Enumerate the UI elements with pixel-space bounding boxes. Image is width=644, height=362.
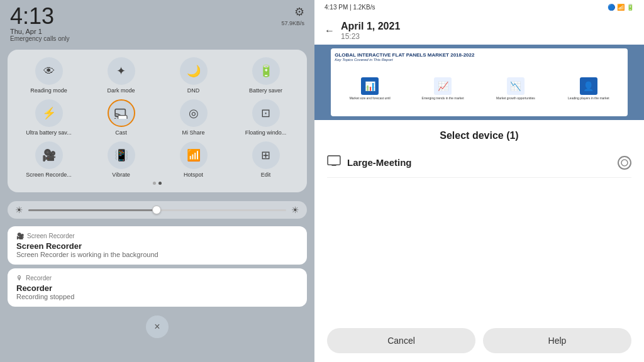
brightness-thumb bbox=[152, 206, 161, 214]
floating-window-icon: ⊡ bbox=[252, 99, 280, 127]
screen-recorder-app-icon: 🎥 bbox=[16, 233, 24, 239]
recorder-notif-title: Recorder bbox=[16, 283, 298, 293]
market-icon-box-2: 📈 bbox=[434, 77, 452, 95]
hotspot-icon: 📶 bbox=[180, 141, 208, 169]
mi-share-icon: ◎ bbox=[180, 99, 208, 127]
cast-image-area: GLOBAL INTERACTIVE FLAT PANELS MARKET 20… bbox=[314, 45, 644, 120]
brightness-row[interactable]: ☀ ☀ bbox=[8, 201, 307, 219]
market-card: GLOBAL INTERACTIVE FLAT PANELS MARKET 20… bbox=[331, 48, 628, 116]
gear-icon[interactable]: ⚙ bbox=[294, 5, 304, 19]
device-tv-icon bbox=[327, 155, 341, 170]
device-left: Large-Meeting bbox=[327, 155, 412, 170]
screen-recorder-label: Screen Recorde... bbox=[26, 172, 72, 178]
phone-frame: 4:13 PM | 1.2KB/s 🔵 📶 🔋 ← April 1, 2021 … bbox=[314, 0, 644, 362]
qs-cast[interactable]: Cast bbox=[87, 99, 155, 136]
cast-status-icons: 🔵 📶 🔋 bbox=[608, 4, 634, 11]
battery-saver-label: Battery saver bbox=[249, 87, 282, 94]
brightness-fill bbox=[28, 209, 157, 211]
cast-status-time: 4:13 PM | 1.2KB/s bbox=[325, 4, 375, 11]
left-status-bar: 4:13 Thu, Apr 1 Emergency calls only ⚙ 5… bbox=[0, 0, 314, 45]
market-icon-box-4: 👤 bbox=[580, 77, 597, 95]
notif-app-row-2: 🎙 Recorder bbox=[16, 275, 298, 282]
qs-floating-window[interactable]: ⊡ Floating windo... bbox=[232, 99, 299, 136]
qs-screen-recorder[interactable]: 🎥 Screen Recorde... bbox=[15, 141, 82, 178]
cast-header: ← April 1, 2021 15:23 bbox=[314, 14, 644, 45]
market-label-3: Market growth opportunities bbox=[496, 96, 535, 100]
market-icons-row: 📊 Market size and forecast until 📈 Emerg… bbox=[335, 64, 624, 112]
recorder-app-name: Recorder bbox=[26, 275, 52, 282]
market-icon-3: 📉 Market growth opportunities bbox=[480, 77, 551, 100]
dot-1 bbox=[153, 182, 156, 185]
recorder-notif-body: Recording stopped bbox=[16, 293, 298, 300]
right-panel: 4:13 PM | 1.2KB/s 🔵 📶 🔋 ← April 1, 2021 … bbox=[314, 0, 644, 362]
svg-point-1 bbox=[114, 118, 116, 118]
cast-icon bbox=[108, 99, 135, 127]
qs-mi-share[interactable]: ◎ Mi Share bbox=[160, 99, 227, 136]
qs-reading-mode[interactable]: 👁 Reading mode bbox=[15, 57, 82, 94]
qs-ultra-battery[interactable]: ⚡ Ultra battery sav... bbox=[15, 99, 82, 136]
time-display: 4:13 bbox=[10, 5, 69, 28]
speed-indicator: 57.9KB/s bbox=[281, 20, 304, 26]
svg-rect-3 bbox=[328, 156, 340, 165]
select-device-section: Select device (1) Large-Meeting bbox=[314, 120, 644, 319]
close-notifications-button[interactable]: × bbox=[146, 315, 169, 338]
page-dots bbox=[15, 182, 299, 185]
market-subtitle: Key Topics Covered in This Report bbox=[335, 58, 624, 62]
brightness-low-icon: ☀ bbox=[15, 205, 23, 215]
ultra-battery-icon: ⚡ bbox=[35, 99, 63, 127]
brightness-slider[interactable] bbox=[28, 209, 286, 211]
screen-recorder-app-name: Screen Recorder bbox=[27, 233, 75, 239]
reading-mode-icon: 👁 bbox=[35, 57, 63, 85]
status-right: ⚙ 57.9KB/s bbox=[281, 5, 304, 26]
svg-rect-2 bbox=[118, 115, 126, 118]
edit-icon: ⊞ bbox=[252, 141, 280, 169]
vibrate-icon: 📳 bbox=[108, 141, 135, 169]
back-button[interactable]: ← bbox=[325, 25, 335, 36]
market-label-4: Leading players in the market bbox=[568, 96, 609, 100]
cast-time: 15:23 bbox=[341, 32, 400, 41]
mi-share-label: Mi Share bbox=[182, 129, 204, 136]
help-button[interactable]: Help bbox=[483, 328, 631, 353]
notif-app-row-1: 🎥 Screen Recorder bbox=[16, 233, 298, 239]
recorder-notification[interactable]: 🎙 Recorder Recorder Recording stopped bbox=[8, 268, 307, 307]
close-button-row: × bbox=[0, 315, 314, 338]
qs-vibrate[interactable]: 📳 Vibrate bbox=[87, 141, 155, 178]
battery-saver-icon: 🔋 bbox=[252, 57, 280, 85]
emergency-display: Emergency calls only bbox=[10, 35, 69, 42]
floating-window-label: Floating windo... bbox=[245, 129, 287, 136]
dot-2 bbox=[158, 182, 162, 185]
cast-status-bar: 4:13 PM | 1.2KB/s 🔵 📶 🔋 bbox=[314, 0, 644, 14]
notifications-area: 🎥 Screen Recorder Screen Recorder Screen… bbox=[8, 226, 307, 307]
dnd-icon: 🌙 bbox=[180, 57, 208, 85]
qs-hotspot[interactable]: 📶 Hotspot bbox=[160, 141, 227, 178]
market-icon-box-1: 📊 bbox=[361, 77, 379, 95]
market-label-1: Market size and forecast until bbox=[350, 96, 391, 100]
screen-recorder-notif-title: Screen Recorder bbox=[16, 241, 298, 251]
qs-dark-mode[interactable]: ✦ Dark mode bbox=[87, 57, 155, 94]
screen-recorder-notif-body: Screen Recorder is working in the backgr… bbox=[16, 251, 298, 258]
qs-dnd[interactable]: 🌙 DND bbox=[160, 57, 227, 94]
cast-date: April 1, 2021 bbox=[341, 21, 400, 32]
time-block: 4:13 Thu, Apr 1 Emergency calls only bbox=[10, 5, 69, 42]
recorder-app-icon: 🎙 bbox=[16, 275, 23, 282]
svg-point-6 bbox=[621, 160, 628, 166]
edit-label: Edit bbox=[261, 172, 271, 178]
cast-label: Cast bbox=[115, 129, 127, 136]
quick-settings-grid: 👁 Reading mode ✦ Dark mode 🌙 DND 🔋 Batte… bbox=[15, 57, 299, 178]
device-row[interactable]: Large-Meeting bbox=[327, 150, 631, 175]
market-icon-4: 👤 Leading players in the market bbox=[553, 77, 624, 100]
left-panel: 4:13 Thu, Apr 1 Emergency calls only ⚙ 5… bbox=[0, 0, 314, 362]
qs-battery-saver[interactable]: 🔋 Battery saver bbox=[232, 57, 299, 94]
market-title: GLOBAL INTERACTIVE FLAT PANELS MARKET 20… bbox=[335, 52, 624, 58]
vibrate-label: Vibrate bbox=[112, 172, 130, 178]
dnd-label: DND bbox=[187, 87, 200, 94]
cancel-button[interactable]: Cancel bbox=[327, 328, 475, 353]
market-icon-1: 📊 Market size and forecast until bbox=[335, 77, 405, 100]
qs-edit[interactable]: ⊞ Edit bbox=[232, 141, 299, 178]
cast-date-block: April 1, 2021 15:23 bbox=[341, 21, 400, 41]
screen-recorder-notification[interactable]: 🎥 Screen Recorder Screen Recorder Screen… bbox=[8, 226, 307, 265]
screen-recorder-icon: 🎥 bbox=[35, 141, 63, 169]
dark-mode-label: Dark mode bbox=[107, 87, 135, 94]
reading-mode-label: Reading mode bbox=[30, 87, 67, 94]
device-radio[interactable] bbox=[618, 156, 631, 170]
